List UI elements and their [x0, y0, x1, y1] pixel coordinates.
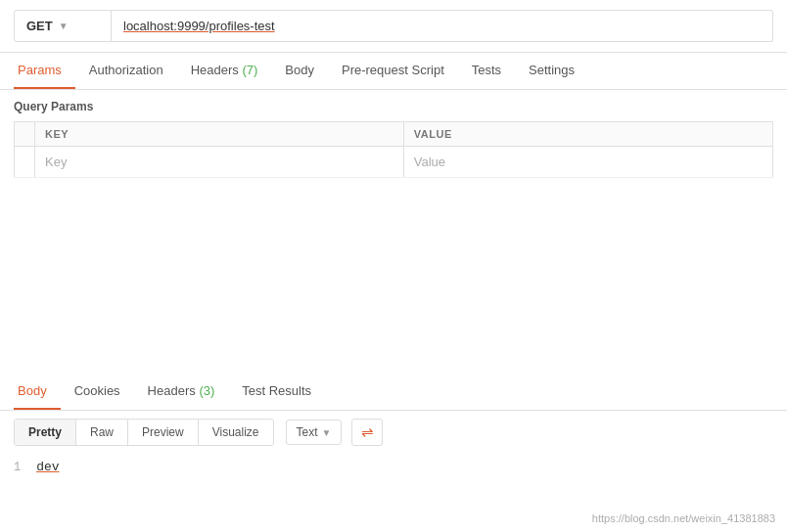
watermark: https://blog.csdn.net/weixin_41381883 [592, 512, 775, 524]
tab-settings[interactable]: Settings [515, 53, 588, 89]
key-col-header: KEY [35, 122, 404, 147]
format-type-select[interactable]: Text ▼ [286, 420, 343, 445]
method-select[interactable]: GET ▼ [14, 10, 112, 42]
res-tab-cookies[interactable]: Cookies [61, 374, 134, 410]
fmt-tab-raw[interactable]: Raw [76, 420, 128, 445]
query-params-title: Query Params [14, 100, 773, 113]
res-tab-test-results[interactable]: Test Results [228, 374, 325, 410]
tab-pre-request-script[interactable]: Pre-request Script [328, 53, 458, 89]
val-col-header: VALUE [403, 122, 772, 147]
key-input[interactable]: Key [35, 147, 404, 178]
table-row: Key Value [15, 147, 773, 178]
response-body: 1 dev [0, 454, 787, 480]
tab-headers[interactable]: Headers (7) [177, 53, 272, 89]
url-text: localhost:9999/profiles-test [123, 19, 275, 33]
res-tab-headers[interactable]: Headers (3) [134, 374, 229, 410]
request-tabs: Params Authorization Headers (7) Body Pr… [0, 53, 787, 90]
tab-body[interactable]: Body [271, 53, 328, 89]
format-tabs: Pretty Raw Preview Visualize [14, 419, 274, 446]
url-bar: GET ▼ localhost:9999/profiles-test [0, 0, 787, 53]
line-number-1: 1 [14, 461, 21, 474]
tab-authorization[interactable]: Authorization [75, 53, 177, 89]
fmt-tab-visualize[interactable]: Visualize [199, 420, 273, 445]
fmt-tab-pretty[interactable]: Pretty [15, 420, 76, 445]
checkbox-col-header [15, 122, 35, 147]
format-bar: Pretty Raw Preview Visualize Text ▼ ⇌ [0, 411, 787, 454]
query-params-section: Query Params KEY VALUE Key Value [0, 90, 787, 178]
format-type-arrow: ▼ [322, 427, 332, 438]
headers-count: (7) [242, 63, 257, 77]
response-content-1: dev [36, 460, 59, 474]
wrap-button[interactable]: ⇌ [351, 419, 383, 446]
params-table: KEY VALUE Key Value [14, 121, 773, 178]
method-label: GET [26, 19, 53, 33]
fmt-tab-preview[interactable]: Preview [128, 420, 199, 445]
res-tab-body[interactable]: Body [14, 374, 61, 410]
res-headers-count: (3) [199, 383, 214, 398]
row-checkbox[interactable] [15, 147, 35, 178]
format-type-label: Text [297, 425, 318, 439]
value-input[interactable]: Value [403, 147, 772, 178]
response-line-1: 1 dev [14, 460, 773, 474]
url-input[interactable]: localhost:9999/profiles-test [112, 10, 773, 42]
wrap-icon: ⇌ [361, 423, 374, 441]
response-tabs: Body Cookies Headers (3) Test Results [0, 374, 787, 411]
tab-tests[interactable]: Tests [458, 53, 515, 89]
tab-params[interactable]: Params [14, 53, 75, 89]
method-dropdown-arrow: ▼ [59, 21, 69, 31]
